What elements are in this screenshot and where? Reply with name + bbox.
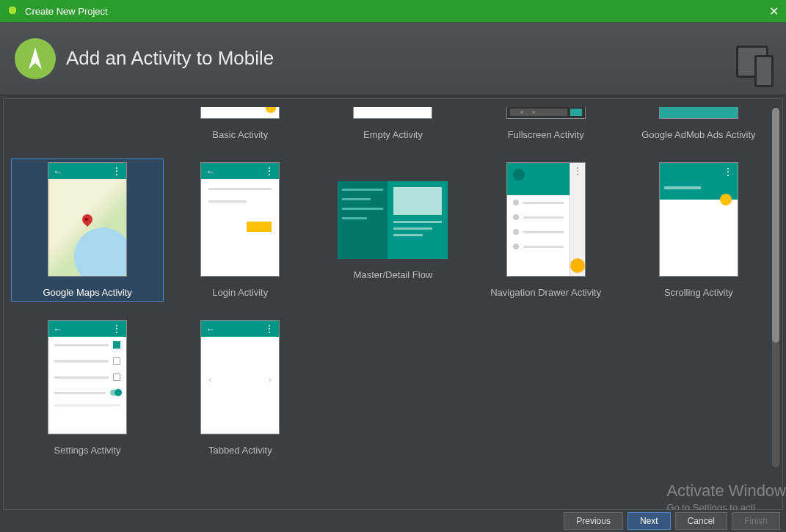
android-studio-logo-icon xyxy=(15,38,56,79)
activity-label: Basic Activity xyxy=(212,129,268,140)
activity-scrolling[interactable]: ⋮ Scrolling Activity xyxy=(622,158,775,302)
overflow-icon: ⋮ xyxy=(264,323,274,335)
activity-label: Settings Activity xyxy=(54,445,121,456)
chevron-right-icon: › xyxy=(269,374,272,385)
activity-label: Tabbed Activity xyxy=(208,445,272,456)
close-button[interactable]: ✕ xyxy=(769,4,779,18)
activity-admob[interactable]: Google AdMob Ads Activity xyxy=(622,103,775,144)
back-icon: ← xyxy=(53,166,62,177)
activity-empty[interactable]: Empty Activity xyxy=(316,103,469,144)
titlebar: Create New Project ✕ xyxy=(0,0,786,22)
window-title: Create New Project xyxy=(25,6,108,17)
tabbed-activity-thumb: ←⋮ ‹› xyxy=(200,320,280,434)
activity-label: Empty Activity xyxy=(363,129,423,140)
activity-gallery: Basic Activity Empty Activity Fullscreen… xyxy=(3,98,783,510)
previous-button[interactable]: Previous xyxy=(564,512,623,530)
overflow-icon: ⋮ xyxy=(573,166,582,176)
settings-activity-thumb: ←⋮ xyxy=(48,320,127,434)
scrollbar-thumb[interactable] xyxy=(772,108,779,343)
master-detail-thumb xyxy=(338,181,448,259)
activity-navigation-drawer[interactable]: ⋮ Navigation Drawer Activity xyxy=(470,158,622,302)
google-maps-activity-thumb: ←⋮ xyxy=(48,162,127,277)
activity-tabbed[interactable]: ←⋮ ‹› Tabbed Activity xyxy=(164,316,316,459)
activity-label: Login Activity xyxy=(212,287,268,298)
back-icon: ← xyxy=(53,324,62,335)
activity-fullscreen[interactable]: Fullscreen Activity xyxy=(470,103,622,144)
cancel-button[interactable]: Cancel xyxy=(675,512,727,530)
overflow-icon: ⋮ xyxy=(112,323,122,335)
login-activity-thumb: ←⋮ xyxy=(200,162,280,277)
android-studio-icon xyxy=(6,4,19,18)
activity-login[interactable]: ←⋮ Login Activity xyxy=(164,158,316,302)
activity-master-detail[interactable]: Master/Detail Flow xyxy=(316,158,469,302)
back-icon: ← xyxy=(205,324,215,335)
wizard-footer: Previous Next Cancel Finish xyxy=(0,510,786,532)
chevron-left-icon: ‹ xyxy=(208,374,212,385)
overflow-icon: ⋮ xyxy=(264,165,274,177)
nav-drawer-thumb: ⋮ xyxy=(506,162,586,277)
empty-activity-thumb xyxy=(353,107,432,119)
activity-label: Master/Detail Flow xyxy=(354,269,433,280)
activity-google-maps[interactable]: ←⋮ Google Maps Activity xyxy=(11,158,164,302)
devices-icon xyxy=(736,45,768,78)
activity-label: Fullscreen Activity xyxy=(508,129,584,140)
next-button[interactable]: Next xyxy=(627,512,671,530)
back-icon: ← xyxy=(205,166,215,177)
activity-label: Scrolling Activity xyxy=(664,287,733,298)
overflow-icon: ⋮ xyxy=(723,166,733,178)
finish-button[interactable]: Finish xyxy=(732,512,780,530)
star-fab-icon xyxy=(720,194,732,205)
activity-basic[interactable]: Basic Activity xyxy=(164,103,316,144)
admob-activity-thumb xyxy=(659,107,738,119)
activity-label: Google AdMob Ads Activity xyxy=(641,129,755,140)
scrolling-activity-thumb: ⋮ xyxy=(659,162,738,277)
scrollbar[interactable] xyxy=(772,108,779,467)
basic-activity-thumb xyxy=(200,107,280,119)
activity-settings[interactable]: ←⋮ Settings Activity xyxy=(11,316,164,459)
overflow-icon: ⋮ xyxy=(112,165,122,177)
activity-label: Navigation Drawer Activity xyxy=(490,287,601,298)
activity-label: Google Maps Activity xyxy=(43,287,131,298)
wizard-header: Add an Activity to Mobile xyxy=(0,22,786,95)
page-title: Add an Activity to Mobile xyxy=(66,47,274,70)
fullscreen-activity-thumb xyxy=(506,107,586,119)
